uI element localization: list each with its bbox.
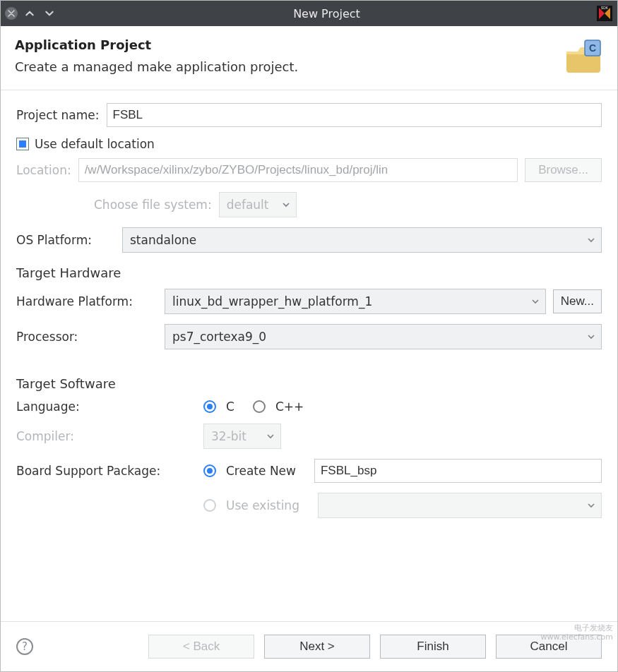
bsp-existing-select (318, 493, 602, 518)
bsp-use-existing-radio[interactable] (203, 499, 216, 512)
window-title: New Project (57, 7, 596, 20)
compiler-select: 32-bit (203, 424, 281, 449)
project-name-input[interactable] (107, 103, 602, 127)
language-c-radio[interactable] (203, 400, 216, 413)
svg-text:C: C (589, 42, 596, 54)
new-hardware-button[interactable]: New... (553, 289, 602, 313)
wizard-header: Application Project Create a managed mak… (1, 26, 617, 90)
compiler-label: Compiler: (16, 429, 196, 443)
close-icon[interactable] (5, 7, 18, 20)
processor-select[interactable]: ps7_cortexa9_0 (165, 324, 602, 349)
hardware-platform-label: Hardware Platform: (16, 294, 158, 308)
language-c-label: C (226, 400, 234, 414)
processor-value: ps7_cortexa9_0 (172, 330, 266, 344)
target-software-heading: Target Software (16, 376, 602, 391)
page-title: Application Project (15, 37, 555, 52)
bsp-name-input[interactable] (314, 459, 602, 483)
cancel-button[interactable]: Cancel (496, 635, 602, 659)
language-cpp-radio[interactable] (253, 400, 266, 413)
filesystem-value: default (227, 198, 269, 212)
bsp-label: Board Support Package: (16, 464, 196, 478)
folder-c-icon: C (564, 37, 603, 77)
next-button[interactable]: Next > (264, 635, 370, 659)
chevron-down-icon[interactable] (42, 6, 57, 21)
location-label: Location: (16, 163, 71, 177)
finish-button[interactable]: Finish (380, 635, 486, 659)
os-platform-label: OS Platform: (16, 233, 115, 247)
language-label: Language: (16, 400, 196, 414)
page-subtitle: Create a managed make application projec… (15, 59, 555, 74)
project-name-label: Project name: (16, 108, 100, 122)
bsp-create-new-label: Create New (226, 464, 296, 478)
language-cpp-label: C++ (275, 400, 304, 414)
hardware-platform-value: linux_bd_wrapper_hw_platform_1 (172, 294, 372, 308)
wizard-footer: ? < Back Next > Finish Cancel (1, 621, 617, 671)
chevron-up-icon[interactable] (22, 6, 37, 21)
filesystem-label: Choose file system: (94, 198, 212, 212)
compiler-value: 32-bit (211, 429, 246, 443)
back-button: < Back (148, 635, 254, 659)
sdk-icon: SDK (596, 5, 613, 22)
hardware-platform-select[interactable]: linux_bd_wrapper_hw_platform_1 (165, 289, 546, 314)
browse-button: Browse... (525, 158, 602, 182)
bsp-use-existing-label: Use existing (226, 498, 299, 512)
use-default-location-label: Use default location (35, 137, 155, 151)
svg-text:SDK: SDK (601, 6, 609, 10)
titlebar: New Project SDK (1, 1, 617, 26)
os-platform-value: standalone (130, 233, 196, 247)
processor-label: Processor: (16, 330, 158, 344)
form-area: Project name: Use default location Locat… (1, 90, 617, 621)
location-input (78, 158, 518, 182)
os-platform-select[interactable]: standalone (122, 227, 602, 253)
use-default-location-checkbox[interactable] (16, 138, 29, 150)
filesystem-select: default (219, 192, 297, 217)
bsp-create-new-radio[interactable] (203, 464, 216, 477)
target-hardware-heading: Target Hardware (16, 265, 602, 280)
help-icon[interactable]: ? (16, 638, 33, 655)
